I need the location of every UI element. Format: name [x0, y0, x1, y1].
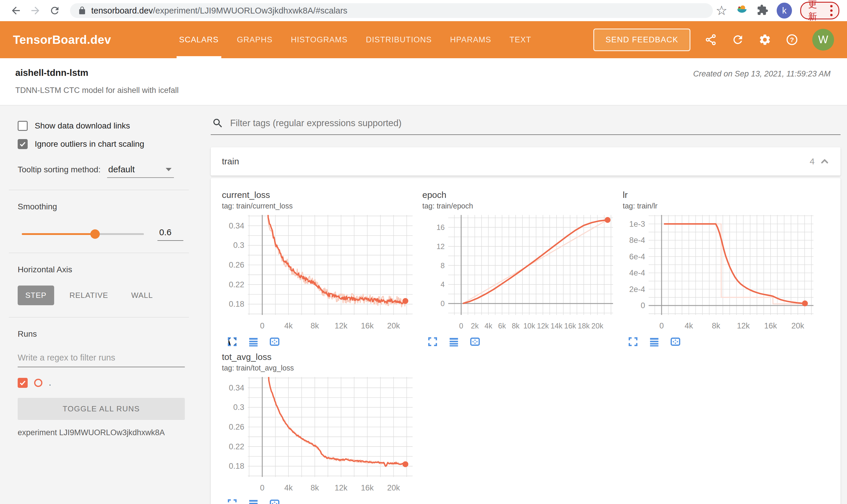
fit-domain-button[interactable] — [469, 336, 481, 348]
address-bar[interactable]: tensorboard.dev/experiment/LJI9MWUORLOw3… — [70, 3, 713, 18]
fit-domain-button[interactable] — [269, 498, 281, 504]
svg-text:4k: 4k — [685, 321, 693, 330]
browser-update-button[interactable]: 更新 — [800, 2, 839, 19]
reload-icon — [49, 5, 60, 16]
fit-domain-icon — [269, 498, 280, 504]
tab-hparams[interactable]: HPARAMS — [441, 21, 500, 58]
toggle-log-scale-button[interactable] — [648, 336, 660, 348]
experiment-subtitle: TDNN-LSTM CTC model for aishell with ice… — [15, 86, 179, 95]
svg-text:14k: 14k — [551, 322, 563, 330]
ignore-outliers-checkbox[interactable] — [18, 139, 28, 149]
toggle-all-runs-button[interactable]: TOGGLE ALL RUNS — [18, 398, 185, 420]
svg-text:16k: 16k — [564, 322, 576, 330]
browser-forward-button[interactable] — [27, 2, 44, 19]
tag-filter-input[interactable] — [229, 118, 839, 129]
smoothing-slider-thumb[interactable] — [90, 229, 100, 239]
toggle-log-scale-button[interactable] — [247, 498, 260, 504]
axis-step-button[interactable]: STEP — [18, 286, 54, 305]
fit-domain-icon — [670, 336, 681, 347]
fit-domain-button[interactable] — [269, 336, 281, 348]
sidebar-divider — [9, 190, 189, 190]
expand-chart-button[interactable] — [427, 336, 439, 348]
smoothing-value[interactable]: 0.6 — [157, 227, 183, 241]
tag-filter-row[interactable] — [211, 117, 841, 135]
chevron-up-icon[interactable] — [819, 156, 831, 167]
share-icon — [705, 34, 717, 46]
expand-chart-button[interactable] — [226, 498, 238, 504]
tab-distributions[interactable]: DISTRIBUTIONS — [357, 21, 441, 58]
chart-lr: lr tag: train/lr 04k8k12k16k20k02e-44e-4… — [623, 190, 817, 348]
axis-wall-button[interactable]: WALL — [124, 286, 161, 305]
svg-text:0.22: 0.22 — [229, 442, 244, 451]
svg-text:0: 0 — [260, 483, 264, 492]
tab-text[interactable]: TEXT — [500, 21, 540, 58]
app-header: TensorBoard.dev SCALARS GRAPHS HISTOGRAM… — [0, 21, 847, 58]
share-button[interactable] — [704, 33, 718, 47]
horizontal-axis-label: Horizontal Axis — [18, 265, 185, 274]
help-button[interactable]: ? — [785, 33, 799, 47]
smoothing-slider[interactable] — [22, 233, 144, 235]
send-feedback-button[interactable]: SEND FEEDBACK — [593, 29, 690, 51]
experiment-header: aishell-tdnn-lstm TDNN-LSTM CTC model fo… — [0, 58, 847, 106]
svg-text:16: 16 — [436, 223, 445, 231]
runs-filter-input[interactable] — [18, 350, 185, 367]
fullscreen-icon — [227, 336, 238, 347]
scalar-chart-plot[interactable]: 04k8k12k16k20k0.180.220.260.30.34 — [222, 375, 417, 497]
fit-domain-icon — [269, 336, 280, 347]
svg-text:0.3: 0.3 — [233, 403, 244, 412]
tab-histograms[interactable]: HISTOGRAMS — [282, 21, 357, 58]
browser-menu-icon[interactable] — [830, 5, 833, 16]
svg-text:4e-4: 4e-4 — [629, 268, 645, 277]
svg-text:10k: 10k — [523, 322, 535, 330]
tag-group-count: 4 — [810, 157, 815, 166]
expand-chart-button[interactable] — [226, 336, 238, 348]
svg-text:12k: 12k — [335, 483, 348, 492]
refresh-data-button[interactable] — [731, 33, 745, 47]
svg-text:0.3: 0.3 — [233, 241, 244, 250]
help-icon: ? — [785, 33, 798, 46]
tooltip-sorting-select[interactable]: default — [107, 164, 174, 178]
browser-back-button[interactable] — [8, 2, 24, 19]
run-checkbox[interactable] — [18, 378, 28, 388]
scalars-main: train 4 current_loss tag: train/current_… — [198, 106, 847, 504]
scalar-chart-plot[interactable]: 04k8k12k16k20k02e-44e-46e-48e-41e-3 — [623, 213, 817, 335]
user-avatar[interactable]: W — [812, 29, 834, 51]
chevron-down-icon — [166, 168, 172, 171]
tab-graphs[interactable]: GRAPHS — [228, 21, 282, 58]
scalar-chart-plot[interactable]: 04k8k12k16k20k0.180.220.260.30.34 — [222, 213, 417, 335]
browser-toolbar: tensorboard.dev/experiment/LJI9MWUORLOw3… — [0, 0, 847, 21]
svg-text:0.26: 0.26 — [229, 422, 244, 431]
svg-text:12k: 12k — [537, 322, 549, 330]
extension-tbsnippet-icon[interactable] — [736, 3, 748, 18]
tab-scalars[interactable]: SCALARS — [170, 21, 228, 58]
extensions-puzzle-icon[interactable] — [757, 4, 768, 17]
toggle-log-scale-button[interactable] — [247, 336, 260, 348]
tag-group-charts: current_loss tag: train/current_loss 04k… — [211, 178, 841, 504]
chart-title: current_loss — [222, 190, 417, 200]
app-logo[interactable]: TensorBoard.dev — [13, 33, 111, 47]
fit-domain-button[interactable] — [669, 336, 681, 348]
svg-text:16k: 16k — [764, 321, 777, 330]
svg-text:12k: 12k — [335, 321, 348, 330]
experiment-created-date: Created on Sep 13, 2021, 11:59:23 AM — [693, 69, 831, 78]
bookmark-star-icon[interactable]: ☆ — [716, 4, 727, 17]
ignore-outliers-row[interactable]: Ignore outliers in chart scaling — [18, 139, 185, 149]
show-download-links-checkbox[interactable] — [18, 121, 28, 131]
toggle-log-scale-button[interactable] — [448, 336, 460, 348]
url-text: tensorboard.dev/experiment/LJI9MWUORLOw3… — [91, 6, 347, 16]
svg-text:1e-3: 1e-3 — [629, 220, 645, 229]
axis-relative-button[interactable]: RELATIVE — [62, 286, 116, 305]
show-download-links-row[interactable]: Show data download links — [18, 121, 185, 131]
tag-group-header[interactable]: train 4 — [211, 147, 841, 176]
settings-button[interactable] — [758, 33, 772, 47]
svg-text:6e-4: 6e-4 — [629, 252, 645, 261]
browser-reload-button[interactable] — [47, 2, 63, 19]
run-row[interactable]: . — [18, 378, 185, 388]
fit-domain-icon — [469, 336, 481, 347]
expand-chart-button[interactable] — [627, 336, 639, 348]
browser-profile-avatar[interactable]: k — [777, 3, 792, 19]
experiment-title: aishell-tdnn-lstm — [15, 68, 179, 78]
svg-text:8k: 8k — [712, 321, 721, 330]
svg-text:20k: 20k — [591, 322, 604, 330]
scalar-chart-plot[interactable]: 02k4k6k8k10k12k14k16k18k20k0481216 — [422, 213, 617, 335]
